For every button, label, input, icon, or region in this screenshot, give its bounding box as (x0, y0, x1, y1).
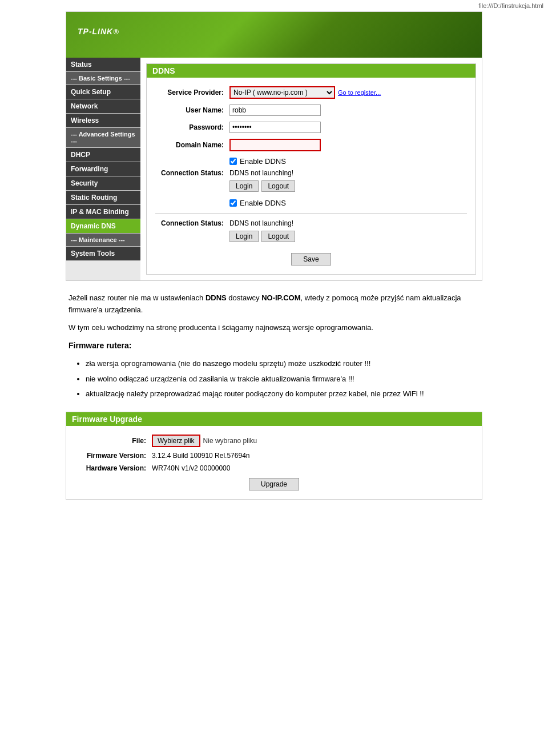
domain-name-control (229, 139, 467, 151)
firmware-version-row: Firmware Version: 3.12.4 Build 100910 Re… (72, 452, 476, 460)
router-ui-container: TP-LINK® Status --- Basic Settings --- Q… (66, 11, 482, 281)
firmware-warnings-list: zła wersja oprogramowania (nie do naszeg… (68, 358, 480, 400)
password-row: Password: (155, 122, 467, 133)
upgrade-button-row: Upgrade (72, 478, 476, 490)
firmware-upgrade-body: File: Wybierz plik Nie wybrano pliku Fir… (66, 426, 482, 499)
browser-url: file:///D:/finstrukcja.html (478, 2, 543, 9)
intro-paragraph-2: W tym celu wchodzimy na stronę producent… (68, 322, 480, 334)
password-label: Password: (155, 123, 229, 131)
connection-status-content-1: DDNS not launching! Login Logout (229, 169, 467, 194)
hardware-version-value: WR740N v1/v2 00000000 (152, 464, 230, 472)
choose-file-button[interactable]: Wybierz plik (152, 435, 200, 447)
username-row: User Name: (155, 104, 467, 116)
connection-status-row-1: Connection Status: DDNS not launching! L… (155, 169, 467, 194)
router-header: TP-LINK® (66, 12, 482, 58)
username-input[interactable] (229, 104, 321, 116)
sidebar-item-dynamic-dns[interactable]: Dynamic DNS (66, 219, 140, 234)
save-button[interactable]: Save (291, 253, 331, 266)
connection-status-content-2: DDNS not launching! Login Logout (229, 219, 467, 244)
intro-paragraph-1: Jeżeli nasz router nie ma w ustawieniach… (68, 292, 480, 316)
login-logout-row-2: Login Logout (229, 231, 467, 242)
sidebar-header-advanced-settings: --- Advanced Settings --- (66, 128, 140, 148)
firmware-section-title: Firmware rutera: (68, 339, 480, 352)
firmware-file-row: File: Wybierz plik Nie wybrano pliku (72, 435, 476, 447)
sidebar-header-basic-settings: --- Basic Settings --- (66, 72, 140, 85)
firmware-file-input-area: Wybierz plik Nie wybrano pliku (152, 435, 257, 447)
sidebar: Status --- Basic Settings --- Quick Setu… (66, 58, 140, 280)
sidebar-item-forwarding[interactable]: Forwarding (66, 162, 140, 176)
service-provider-control: No-IP ( www.no-ip.com ) DynDNS ( www.dyn… (229, 86, 467, 99)
domain-name-row: Domain Name: (155, 139, 467, 151)
firmware-upgrade-panel: Firmware Upgrade File: Wybierz plik Nie … (66, 412, 482, 500)
sidebar-item-ip-mac-binding[interactable]: IP & MAC Binding (66, 205, 140, 219)
connection-status-row-2: Connection Status: DDNS not launching! L… (155, 219, 467, 244)
logout-button-1[interactable]: Logout (261, 180, 295, 192)
username-label: User Name: (155, 106, 229, 114)
service-provider-label: Service Provider: (155, 89, 229, 96)
sidebar-item-network[interactable]: Network (66, 99, 140, 114)
sidebar-item-system-tools[interactable]: System Tools (66, 247, 140, 261)
firmware-version-value: 3.12.4 Build 100910 Rel.57694n (152, 452, 249, 460)
no-file-text: Nie wybrano pliku (203, 437, 257, 445)
ddns-panel: DDNS Service Provider: No-IP ( www.no-ip… (146, 63, 476, 275)
password-control (229, 122, 467, 133)
username-control (229, 104, 467, 116)
firmware-version-label: Firmware Version: (72, 452, 152, 460)
enable-ddns-label-2: Enable DDNS (240, 199, 286, 207)
ddns-panel-body: Service Provider: No-IP ( www.no-ip.com … (147, 78, 476, 274)
connection-status-label-1: Connection Status: (155, 169, 229, 177)
service-provider-row: Service Provider: No-IP ( www.no-ip.com … (155, 86, 467, 99)
ddns-panel-title: DDNS (147, 64, 476, 78)
logout-button-2[interactable]: Logout (261, 231, 295, 242)
domain-name-label: Domain Name: (155, 141, 229, 149)
goto-register-link[interactable]: Go to register... (338, 89, 381, 96)
enable-ddns-label-1: Enable DDNS (240, 157, 286, 166)
firmware-upgrade-title: Firmware Upgrade (66, 412, 482, 426)
content-area: DDNS Service Provider: No-IP ( www.no-ip… (140, 58, 482, 280)
sidebar-item-wireless[interactable]: Wireless (66, 114, 140, 128)
connection-status-text-2: DDNS not launching! (229, 219, 467, 227)
sidebar-item-status[interactable]: Status (66, 58, 140, 72)
sidebar-item-security[interactable]: Security (66, 176, 140, 191)
panel-divider (155, 213, 467, 214)
text-section: Jeżeli nasz router nie ma w ustawieniach… (66, 292, 482, 400)
password-input[interactable] (229, 122, 321, 133)
login-button-1[interactable]: Login (229, 180, 259, 192)
router-body: Status --- Basic Settings --- Quick Setu… (66, 58, 482, 280)
sidebar-item-dhcp[interactable]: DHCP (66, 148, 140, 162)
save-row: Save (155, 253, 467, 266)
domain-name-input[interactable] (229, 139, 321, 151)
enable-ddns-checkbox-2[interactable] (229, 199, 237, 207)
hardware-version-label: Hardware Version: (72, 464, 152, 472)
firmware-warning-1: zła wersja oprogramowania (nie do naszeg… (86, 358, 480, 370)
enable-ddns-checkbox-1[interactable] (229, 158, 237, 165)
enable-ddns-row-1: Enable DDNS (155, 157, 467, 166)
upgrade-button[interactable]: Upgrade (249, 478, 299, 490)
sidebar-item-quick-setup[interactable]: Quick Setup (66, 85, 140, 99)
service-provider-select[interactable]: No-IP ( www.no-ip.com ) DynDNS ( www.dyn… (229, 86, 335, 99)
browser-address-bar: file:///D:/finstrukcja.html (0, 0, 548, 11)
sidebar-header-maintenance: --- Maintenance --- (66, 234, 140, 247)
firmware-warning-3: aktualizację należy przeprowadzać mając … (86, 388, 480, 400)
tp-link-logo: TP-LINK® (78, 26, 119, 44)
sidebar-item-static-routing[interactable]: Static Routing (66, 191, 140, 205)
firmware-warning-2: nie wolno odłączać urządzenia od zasilan… (86, 373, 480, 385)
hardware-version-row: Hardware Version: WR740N v1/v2 00000000 (72, 464, 476, 472)
enable-ddns-row-2: Enable DDNS (155, 199, 467, 207)
firmware-file-label: File: (72, 437, 152, 445)
connection-status-text-1: DDNS not launching! (229, 169, 467, 177)
connection-status-label-2: Connection Status: (155, 219, 229, 227)
login-button-2[interactable]: Login (229, 231, 259, 242)
login-logout-row-1: Login Logout (229, 180, 467, 192)
